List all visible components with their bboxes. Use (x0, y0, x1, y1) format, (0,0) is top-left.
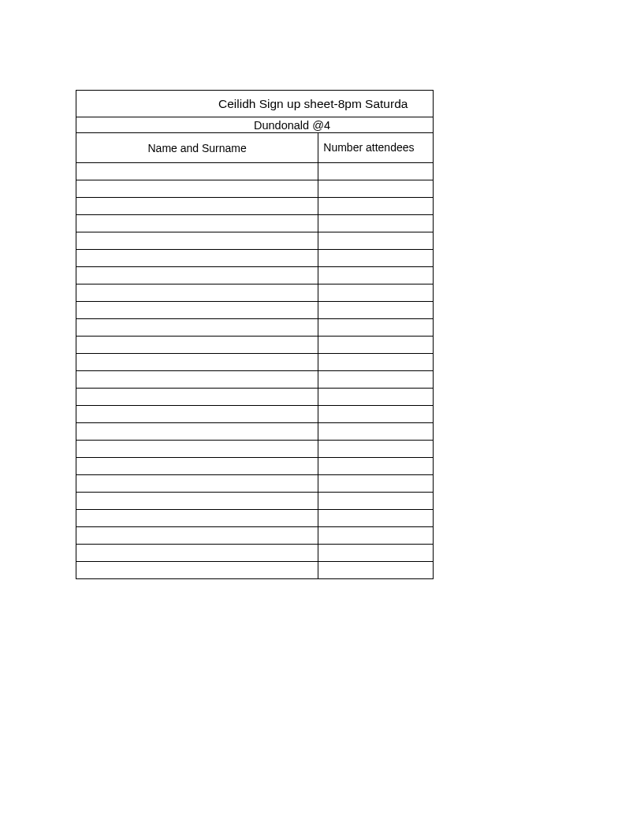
cell-name (76, 284, 318, 301)
header-number: Number attendees (318, 133, 433, 162)
cell-number (318, 527, 433, 544)
cell-number (318, 180, 433, 197)
table-row (76, 441, 433, 458)
table-row (76, 267, 433, 284)
cell-number (318, 198, 433, 214)
cell-name (76, 510, 318, 526)
cell-name (76, 458, 318, 474)
cell-name (76, 267, 318, 284)
cell-number (318, 545, 433, 561)
table-header-row: Name and Surname Number attendees (76, 133, 433, 163)
cell-number (318, 302, 433, 318)
cell-number (318, 337, 433, 353)
cell-number (318, 371, 433, 388)
cell-number (318, 441, 433, 457)
cell-name (76, 406, 318, 422)
cell-number (318, 475, 433, 492)
table-row (76, 163, 433, 180)
cell-name (76, 319, 318, 336)
cell-number (318, 250, 433, 266)
cell-name (76, 371, 318, 388)
cell-number (318, 232, 433, 249)
cell-name (76, 180, 318, 197)
table-row (76, 527, 433, 545)
table-row (76, 493, 433, 510)
table-row (76, 423, 433, 441)
cell-name (76, 562, 318, 578)
table-row (76, 180, 433, 198)
cell-number (318, 406, 433, 422)
cell-name (76, 337, 318, 353)
table-row (76, 510, 433, 527)
table-row (76, 458, 433, 475)
cell-name (76, 163, 318, 180)
signup-sheet: Ceilidh Sign up sheet-8pm Saturda Dundon… (76, 90, 434, 579)
table-row (76, 302, 433, 319)
table-row (76, 337, 433, 354)
cell-name (76, 441, 318, 457)
sheet-subtitle: Dundonald @4 (76, 117, 433, 133)
table-row (76, 232, 433, 250)
table-row (76, 406, 433, 423)
cell-number (318, 354, 433, 370)
cell-name (76, 354, 318, 370)
cell-name (76, 527, 318, 544)
table-row (76, 250, 433, 267)
cell-name (76, 423, 318, 440)
cell-number (318, 284, 433, 301)
cell-name (76, 250, 318, 266)
table-row (76, 354, 433, 371)
cell-name (76, 493, 318, 509)
cell-number (318, 423, 433, 440)
cell-number (318, 510, 433, 526)
cell-name (76, 475, 318, 492)
table-row (76, 371, 433, 389)
cell-number (318, 493, 433, 509)
sheet-title: Ceilidh Sign up sheet-8pm Saturda (76, 91, 433, 117)
cell-number (318, 319, 433, 336)
cell-name (76, 232, 318, 249)
cell-number (318, 267, 433, 284)
cell-name (76, 198, 318, 214)
cell-name (76, 215, 318, 232)
cell-number (318, 389, 433, 405)
table-row (76, 319, 433, 337)
cell-number (318, 215, 433, 232)
table-row (76, 562, 433, 579)
cell-number (318, 458, 433, 474)
table-row (76, 198, 433, 215)
cell-name (76, 302, 318, 318)
table-row (76, 389, 433, 406)
cell-name (76, 389, 318, 405)
table-row (76, 215, 433, 232)
cell-number (318, 163, 433, 180)
table-row (76, 545, 433, 562)
header-name: Name and Surname (76, 133, 318, 162)
cell-number (318, 562, 433, 578)
cell-name (76, 545, 318, 561)
table-body (76, 163, 433, 579)
table-row (76, 475, 433, 493)
table-row (76, 284, 433, 302)
